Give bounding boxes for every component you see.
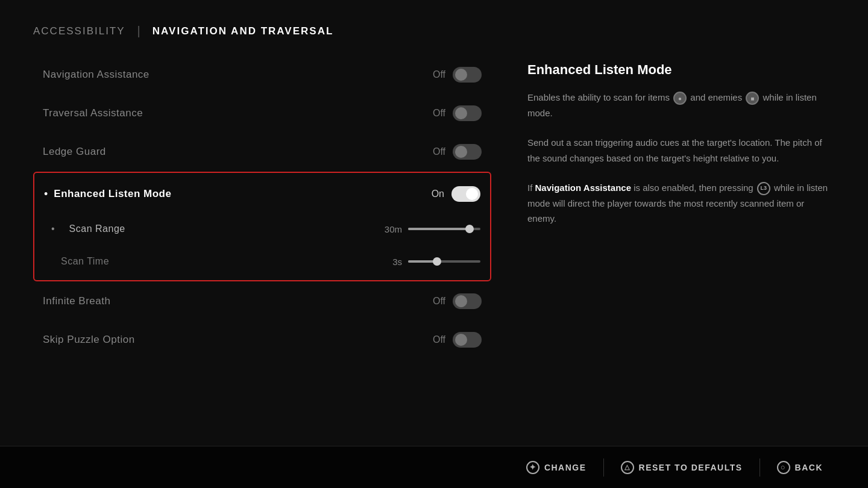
scan-time-slider-container: 3s [383, 257, 480, 267]
description-para-1: Enables the ability to scan for items ● … [527, 90, 835, 120]
setting-label-traversal: Traversal Assistance [43, 107, 143, 119]
reset-icon: △ [621, 461, 634, 474]
infinite-breath-toggle[interactable] [453, 293, 482, 309]
setting-label-scan-range: Scan Range [60, 224, 125, 234]
action-separator-1 [603, 458, 604, 477]
setting-value-infinite: Off [433, 293, 482, 309]
setting-label-ledge-guard: Ledge Guard [43, 146, 106, 158]
setting-row-navigation-assistance[interactable]: Navigation Assistance Off [33, 56, 491, 93]
setting-value-skip: Off [433, 332, 482, 348]
sub-bullet-scan-range: • [51, 224, 55, 234]
setting-row-traversal-assistance[interactable]: Traversal Assistance Off [33, 95, 491, 132]
infinite-breath-value: Off [433, 296, 445, 307]
scan-range-track[interactable] [408, 228, 480, 230]
toggle-knob-on [466, 188, 478, 200]
scan-time-track[interactable] [408, 260, 480, 263]
reset-label: RESET TO DEFAULTS [639, 463, 743, 472]
skip-puzzle-value: Off [433, 334, 445, 345]
setting-label-enhanced-listen: Enhanced Listen Mode [54, 188, 171, 200]
breadcrumb: ACCESSIBILITY | NAVIGATION AND TRAVERSAL [0, 0, 868, 56]
settings-list: Navigation Assistance Off Traversal Assi… [33, 56, 491, 424]
toggle-knob [455, 146, 467, 158]
setting-label-infinite-breath: Infinite Breath [43, 295, 110, 307]
change-icon: ✦ [526, 461, 539, 474]
setting-value-enhanced: On [432, 186, 480, 202]
back-icon: ○ [777, 461, 790, 474]
active-section-enhanced-listen: • Enhanced Listen Mode On • Scan Range [33, 172, 491, 281]
setting-value-nav: Off [433, 67, 482, 83]
nav-assistance-highlight: Navigation Assistance [535, 183, 632, 193]
toggle-knob [455, 295, 467, 307]
setting-row-scan-range[interactable]: • Scan Range 30m [34, 213, 490, 245]
change-button[interactable]: ✦ CHANGE [514, 456, 599, 479]
ledge-value-text: Off [433, 146, 445, 157]
traversal-toggle[interactable] [453, 105, 482, 121]
change-label: CHANGE [544, 463, 587, 472]
setting-row-infinite-breath[interactable]: Infinite Breath Off [33, 283, 491, 320]
scan-time-thumb [433, 257, 441, 266]
scan-time-value: 3s [383, 257, 402, 267]
setting-row-skip-puzzle[interactable]: Skip Puzzle Option Off [33, 321, 491, 358]
scan-range-thumb [465, 225, 474, 233]
setting-row-ledge-guard[interactable]: Ledge Guard Off [33, 133, 491, 170]
back-button[interactable]: ○ BACK [765, 456, 835, 479]
enhanced-listen-toggle[interactable] [451, 186, 480, 202]
reset-defaults-button[interactable]: △ RESET TO DEFAULTS [609, 456, 755, 479]
setting-value-traversal: Off [433, 105, 482, 121]
description-para-3: If Navigation Assistance is also enabled… [527, 180, 835, 227]
setting-row-enhanced-listen[interactable]: • Enhanced Listen Mode On [34, 175, 490, 213]
scan-range-value: 30m [383, 224, 402, 234]
scan-range-fill [408, 228, 470, 230]
description-para-2: Send out a scan triggering audio cues at… [527, 135, 835, 166]
action-separator-2 [760, 458, 760, 477]
item-scan-icon: ● [673, 92, 687, 105]
nav-value-text: Off [433, 69, 445, 80]
nav-assistance-toggle[interactable] [453, 67, 482, 83]
accessibility-label: ACCESSIBILITY [33, 25, 125, 37]
l3-button-icon: L3 [757, 182, 770, 195]
action-bar: ✦ CHANGE △ RESET TO DEFAULTS ○ BACK [0, 446, 868, 488]
traversal-value-text: Off [433, 108, 445, 119]
toggle-knob [455, 334, 467, 346]
bullet-dot: • [44, 188, 48, 201]
header-divider: | [137, 24, 140, 38]
back-label: BACK [795, 463, 823, 472]
scan-range-slider-container: 30m [383, 224, 480, 234]
enhanced-listen-value: On [432, 189, 444, 199]
setting-label-scan-time: Scan Time [51, 256, 109, 267]
ledge-guard-toggle[interactable] [453, 144, 482, 160]
main-content: Navigation Assistance Off Traversal Assi… [0, 56, 868, 424]
setting-row-scan-time[interactable]: Scan Time 3s [34, 245, 490, 278]
enemy-scan-icon: ■ [746, 92, 759, 105]
toggle-knob [455, 107, 467, 119]
skip-puzzle-toggle[interactable] [453, 332, 482, 348]
section-title: NAVIGATION AND TRAVERSAL [153, 25, 333, 37]
description-panel: Enhanced Listen Mode Enables the ability… [527, 56, 835, 424]
setting-value-ledge: Off [433, 144, 482, 160]
setting-label-skip-puzzle: Skip Puzzle Option [43, 334, 135, 346]
description-title: Enhanced Listen Mode [527, 62, 835, 78]
toggle-knob [455, 69, 467, 81]
setting-label-navigation-assistance: Navigation Assistance [43, 69, 149, 81]
